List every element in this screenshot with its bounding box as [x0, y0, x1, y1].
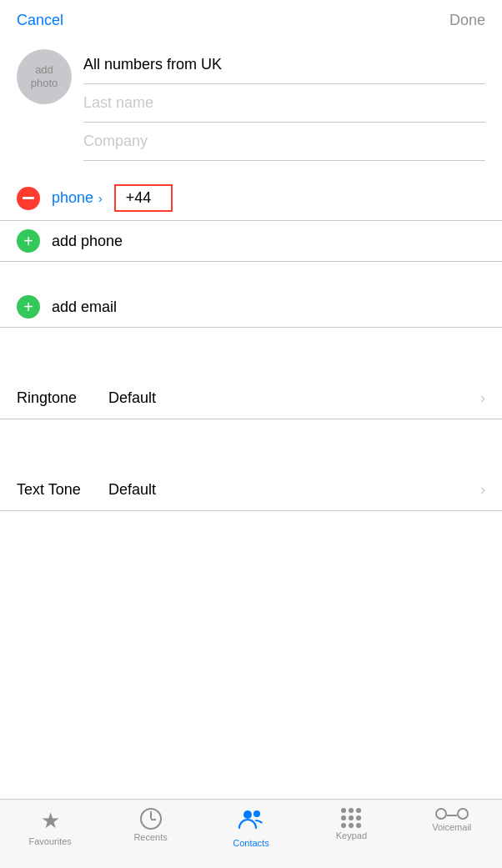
tab-bar: ★ Favourites Recents Contacts Keypad: [0, 799, 502, 868]
company-placeholder[interactable]: Company: [83, 133, 148, 149]
add-email-label: add email: [52, 299, 117, 316]
avatar-label-line1: add: [35, 63, 53, 77]
voicemail-icon: [435, 808, 469, 820]
contacts-icon: [238, 808, 264, 835]
tab-voicemail-label: Voicemail: [432, 822, 471, 832]
contact-top-area: add photo All numbers from UK Last name …: [0, 38, 502, 161]
company-row: Company: [83, 123, 485, 160]
add-phone-row[interactable]: add phone: [0, 221, 502, 262]
header: Cancel Done: [0, 0, 502, 38]
first-name-row: All numbers from UK: [83, 46, 485, 84]
avatar-label-line2: photo: [31, 77, 58, 90]
text-tone-chevron-icon: ›: [480, 481, 485, 499]
remove-phone-button[interactable]: [17, 187, 40, 210]
star-icon: ★: [41, 808, 60, 834]
avatar[interactable]: add photo: [17, 49, 72, 104]
ringtone-value: Default: [108, 389, 480, 407]
tab-keypad-label: Keypad: [336, 830, 367, 840]
cancel-button[interactable]: Cancel: [17, 12, 63, 29]
phone-row: phone › +44: [0, 176, 502, 221]
last-name-placeholder[interactable]: Last name: [83, 94, 153, 111]
tab-voicemail[interactable]: Voicemail: [419, 808, 485, 832]
tab-recents-label: Recents: [133, 832, 167, 842]
ringtone-label: Ringtone: [17, 389, 108, 407]
ringtone-row[interactable]: Ringtone Default ›: [0, 378, 502, 419]
add-email-row[interactable]: add email: [0, 287, 502, 328]
last-name-row: Last name: [83, 84, 485, 123]
tab-keypad[interactable]: Keypad: [318, 808, 384, 840]
tab-recents[interactable]: Recents: [118, 808, 184, 842]
add-phone-label: add phone: [52, 233, 123, 250]
tab-favourites-label: Favourites: [29, 836, 72, 846]
phone-country-code-value: +44: [126, 189, 152, 206]
tab-favourites[interactable]: ★ Favourites: [17, 808, 83, 846]
clock-icon: [140, 808, 162, 830]
phone-chevron-icon: ›: [98, 192, 103, 205]
first-name-value[interactable]: All numbers from UK: [83, 56, 222, 73]
keypad-icon: [341, 808, 361, 828]
phone-label[interactable]: phone: [52, 189, 93, 207]
tab-contacts-label: Contacts: [233, 838, 269, 848]
text-tone-row[interactable]: Text Tone Default ›: [0, 469, 502, 511]
phone-country-code-box[interactable]: +44: [114, 184, 173, 212]
svg-point-1: [254, 810, 260, 817]
text-tone-value: Default: [108, 481, 480, 499]
done-button[interactable]: Done: [449, 12, 485, 29]
contact-fields: All numbers from UK Last name Company: [83, 46, 485, 161]
svg-point-0: [243, 810, 252, 819]
text-tone-label: Text Tone: [17, 481, 108, 499]
ringtone-chevron-icon: ›: [480, 389, 485, 407]
tab-contacts[interactable]: Contacts: [218, 808, 284, 848]
add-email-button[interactable]: [17, 295, 40, 319]
add-phone-button[interactable]: [17, 229, 40, 253]
